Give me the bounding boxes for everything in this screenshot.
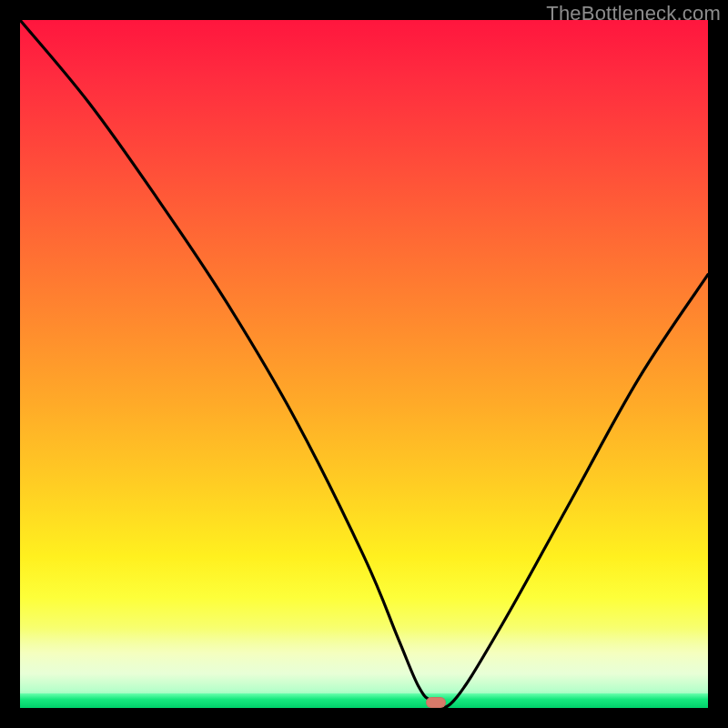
green-strip: [20, 693, 708, 708]
bottleneck-curve: [20, 20, 708, 708]
plot-area: [20, 20, 708, 708]
watermark-text: TheBottleneck.com: [546, 2, 721, 25]
pale-band: [20, 630, 708, 693]
chart-frame: TheBottleneck.com: [0, 0, 728, 728]
optimal-marker: [426, 697, 446, 708]
